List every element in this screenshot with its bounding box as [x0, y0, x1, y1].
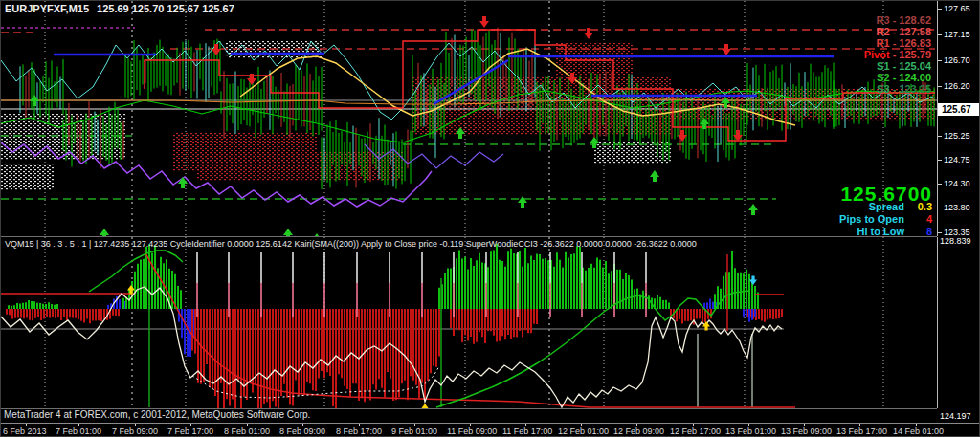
buy-arrow-icon: [100, 229, 109, 236]
pivot-level-value: - 128.62: [890, 14, 931, 26]
time-label: 12 Feb 01:00: [558, 426, 609, 436]
pivot-level-value: - 124.00: [890, 72, 931, 83]
pivot-level-row: S2 - 124.00: [864, 72, 931, 83]
main-chart-panel[interactable]: EURJPYFXF,M15125.69 125.70 125.67 125.67…: [1, 1, 937, 237]
status-bar: MetaTrader 4 at FOREX.com, c 2001-2012, …: [1, 409, 980, 422]
time-label: 12 Feb 09:00: [613, 426, 664, 436]
price-axis-tick: 123.80: [938, 203, 980, 212]
pivot-level-value: - 123.25: [890, 83, 931, 95]
price-axis-tick: 124.30: [938, 179, 980, 188]
dotted-cloud-red: [197, 152, 403, 181]
dotted-cloud-white: [1, 164, 54, 190]
chart-title: EURJPYFXF,M15125.69 125.70 125.67 125.67: [5, 3, 234, 14]
price-axis-indicator[interactable]: 128.839124.197: [937, 237, 980, 408]
pivot-level-row: S1 - 125.04: [864, 60, 931, 72]
symbol-timeframe-label: EURJPYFXF,M15: [5, 3, 89, 14]
pivot-level-label: R2: [877, 26, 890, 37]
pivot-level-value: - 125.04: [890, 60, 931, 72]
time-label: 7 Feb 17:00: [167, 426, 213, 436]
quote-price: 125.6700: [839, 188, 932, 200]
buy-arrow-icon: [312, 233, 322, 236]
quote-row-label: Pips to Open: [839, 213, 907, 225]
price-axis-tick: 126.70: [938, 55, 980, 65]
pivot-level-row: S3 - 123.25: [864, 83, 931, 95]
indicator-header: VQM15 | 36 . 3 . 5 . 1 | 127.4235 127.42…: [5, 239, 697, 249]
quote-block: 125.6700 Spread 0.3Pips to Open 4Hi to L…: [839, 188, 932, 237]
time-label: 11 Feb 09:00: [447, 426, 497, 436]
current-price-box: 125.67: [938, 103, 980, 116]
time-label: 6 Feb 2013: [3, 426, 47, 436]
price-axis-tick: 126.20: [938, 81, 980, 91]
pivot-level-value: - 126.83: [890, 37, 931, 49]
buy-arrow-icon: [650, 170, 659, 182]
main-chart-canvas[interactable]: [1, 1, 937, 236]
quote-row-value: 8: [907, 226, 932, 237]
quote-row-value: 0.3: [907, 201, 932, 212]
pivot-level-label: Pivot: [864, 49, 890, 60]
time-label: 12 Feb 17:00: [670, 426, 721, 436]
time-label: 11 Feb 17:00: [502, 426, 552, 436]
time-label: 13 Feb 17:00: [836, 426, 887, 436]
time-label: 8 Feb 09:00: [279, 426, 325, 436]
time-axis[interactable]: 6 Feb 20137 Feb 01:007 Feb 09:007 Feb 17…: [1, 423, 980, 437]
signal-down-arrow-icon: [749, 275, 757, 285]
time-label: 14 Feb 01:00: [893, 426, 944, 436]
quote-row-label: Spread: [869, 201, 907, 212]
price-axis-tick: 127.15: [938, 30, 980, 39]
cycle-green-main: [436, 291, 749, 407]
pivot-level-row: R2 - 127.58: [864, 26, 931, 37]
price-axis-tick: 127.65: [938, 4, 980, 13]
time-label: 13 Feb 09:00: [781, 426, 832, 436]
time-label: 9 Feb 01:00: [391, 426, 437, 436]
time-label: 8 Feb 01:00: [224, 426, 270, 436]
price-axis-tick: 124.75: [938, 155, 980, 164]
pivot-level-label: R1: [877, 37, 890, 49]
buy-arrow-icon: [283, 229, 293, 236]
pivot-level-row: Pivot - 125.79: [864, 49, 931, 60]
signal-up-arrow-icon: [421, 404, 429, 408]
mt4-chart-window: EURJPYFXF,M15125.69 125.70 125.67 125.67…: [0, 0, 980, 437]
price-axis-tick: 125.25: [938, 131, 980, 141]
pivot-level-label: S3: [877, 83, 889, 95]
indicator-canvas[interactable]: [1, 237, 937, 408]
time-label: 7 Feb 09:00: [112, 426, 158, 436]
pivot-level-value: - 127.58: [890, 26, 931, 37]
dotted-cloud-white: [594, 142, 671, 164]
quote-row: Pips to Open 4: [839, 213, 932, 225]
time-label: 8 Feb 17:00: [336, 426, 382, 436]
price-axis-main[interactable]: 127.65127.15126.70126.20125.75125.25124.…: [937, 1, 980, 236]
pivot-level-label: R3: [877, 14, 890, 26]
quote-row-label: Hi to Low: [857, 226, 907, 237]
pivot-level-label: S2: [877, 72, 889, 83]
buy-arrow-icon: [748, 204, 758, 215]
buy-arrow-icon: [518, 196, 527, 208]
time-label: 7 Feb 01:00: [56, 426, 101, 436]
sell-arrow-icon: [479, 16, 489, 28]
ohlc-values: 125.69 125.70 125.67 125.67: [97, 3, 234, 14]
time-label: 13 Feb 01:00: [725, 426, 776, 436]
sell-arrow-icon: [722, 44, 731, 55]
pivot-level-label: S1: [877, 60, 889, 72]
status-text: MetaTrader 4 at FOREX.com, c 2001-2012, …: [4, 409, 310, 420]
quote-row: Hi to Low 8: [839, 226, 932, 237]
indicator-axis-tick: 128.839: [940, 236, 971, 246]
pivot-levels-block: R3 - 128.62R2 - 127.58R1 - 126.83Pivot -…: [864, 14, 931, 95]
pivot-level-row: R1 - 126.83: [864, 37, 931, 49]
indicator-panel[interactable]: VQM15 | 36 . 3 . 5 . 1 | 127.4235 127.42…: [1, 237, 937, 409]
pivot-level-value: - 125.79: [890, 49, 931, 60]
pivot-level-row: R3 - 128.62: [864, 14, 931, 26]
quote-row-value: 4: [907, 213, 932, 225]
